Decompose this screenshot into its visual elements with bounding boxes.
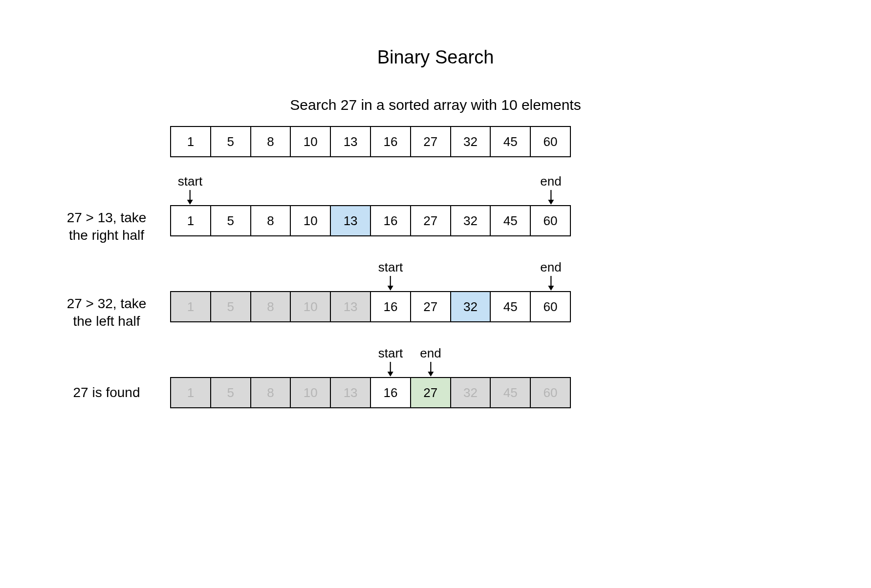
caption-line: the right half — [69, 228, 144, 243]
pointer-label: end — [540, 260, 561, 275]
array-cell: 10 — [290, 378, 330, 407]
array-cell: 5 — [210, 206, 250, 235]
array-cell: 60 — [530, 206, 570, 235]
end-pointer: end — [420, 346, 441, 377]
step-row-3: startend 15810131627324560 — [170, 346, 571, 408]
array-cell: 45 — [490, 206, 530, 235]
array-cell: 27 — [410, 378, 450, 407]
array-cell: 32 — [450, 378, 490, 407]
svg-marker-9 — [388, 372, 393, 377]
array-cell: 32 — [450, 206, 490, 235]
svg-marker-5 — [388, 286, 393, 291]
start-pointer: start — [178, 174, 203, 205]
array-cell: 60 — [530, 292, 570, 321]
caption-line: 27 is found — [73, 385, 140, 400]
array-cell: 1 — [171, 127, 210, 156]
pointer-label: end — [540, 174, 561, 189]
array-cell: 5 — [210, 292, 250, 321]
end-pointer: end — [540, 260, 561, 291]
diagram-subtitle: Search 27 in a sorted array with 10 elem… — [0, 97, 871, 113]
step-caption-3: 27 is found — [43, 384, 170, 401]
array-cell: 32 — [450, 127, 490, 156]
array-cell: 60 — [530, 127, 570, 156]
arrow-down-icon — [427, 362, 435, 377]
array-cell: 13 — [330, 127, 370, 156]
array-cell: 45 — [490, 292, 530, 321]
array-cell: 27 — [410, 292, 450, 321]
pointer-label: start — [178, 174, 203, 189]
array-cell: 32 — [450, 292, 490, 321]
arrow-down-icon — [387, 276, 394, 291]
array-cell: 13 — [330, 292, 370, 321]
pointer-label: start — [378, 346, 403, 361]
step-row-2: startend 15810131627324560 — [170, 260, 571, 322]
array-cell: 5 — [210, 127, 250, 156]
array-cell: 8 — [250, 292, 290, 321]
array-cell: 13 — [330, 206, 370, 235]
svg-marker-7 — [548, 286, 554, 291]
array-cell: 1 — [171, 378, 210, 407]
array-cell: 5 — [210, 378, 250, 407]
start-pointer: start — [378, 346, 403, 377]
arrow-down-icon — [547, 276, 555, 291]
array-cell: 16 — [370, 206, 410, 235]
caption-line: 27 > 13, take — [67, 210, 147, 225]
array-cell: 45 — [490, 127, 530, 156]
array-cell: 45 — [490, 378, 530, 407]
array-cell: 8 — [250, 378, 290, 407]
array-cell: 16 — [370, 292, 410, 321]
start-pointer: start — [378, 260, 403, 291]
array-cell: 10 — [290, 292, 330, 321]
array-cell: 27 — [410, 206, 450, 235]
array-cell: 1 — [171, 206, 210, 235]
array-cell: 60 — [530, 378, 570, 407]
array-cell: 16 — [370, 378, 410, 407]
array-cell: 16 — [370, 127, 410, 156]
arrow-down-icon — [387, 362, 394, 377]
svg-marker-11 — [428, 372, 434, 377]
array-cell: 13 — [330, 378, 370, 407]
array-initial: 15810131627324560 — [170, 126, 571, 157]
step-row-1: startend 15810131627324560 — [170, 174, 571, 236]
caption-line: 27 > 32, take — [67, 296, 147, 311]
array-cell: 27 — [410, 127, 450, 156]
step-caption-2: 27 > 32, take the left half — [43, 295, 170, 331]
pointer-label: end — [420, 346, 441, 361]
arrow-down-icon — [547, 190, 555, 205]
diagram-canvas: Binary Search Search 27 in a sorted arra… — [0, 0, 871, 588]
array-cell: 10 — [290, 206, 330, 235]
diagram-title: Binary Search — [0, 47, 871, 68]
caption-line: the left half — [73, 314, 140, 329]
arrow-down-icon — [186, 190, 194, 205]
step-caption-1: 27 > 13, take the right half — [43, 209, 170, 245]
array-cell: 8 — [250, 206, 290, 235]
array-cell: 8 — [250, 127, 290, 156]
array-cell: 10 — [290, 127, 330, 156]
pointer-label: start — [378, 260, 403, 275]
array-cell: 1 — [171, 292, 210, 321]
svg-marker-3 — [548, 200, 554, 205]
svg-marker-1 — [187, 200, 193, 205]
end-pointer: end — [540, 174, 561, 205]
